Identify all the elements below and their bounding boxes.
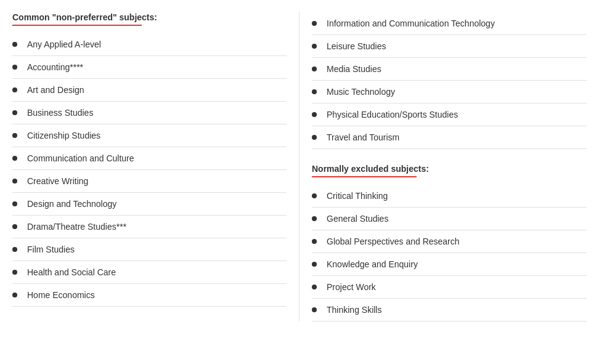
left-column: Common "non-preferred" subjects: Any App… <box>0 12 300 322</box>
left-subject-list: Any Applied A-levelAccounting****Art and… <box>12 33 287 307</box>
bullet-icon <box>312 112 317 117</box>
left-section-title: Common "non-preferred" subjects: <box>12 12 287 22</box>
left-section-underline <box>12 25 142 26</box>
subject-label: Project Work <box>327 282 376 292</box>
bullet-icon <box>12 133 17 138</box>
bullet-icon <box>312 135 317 140</box>
subject-label: Media Studies <box>327 64 381 74</box>
subject-label: Leisure Studies <box>327 41 386 51</box>
normally-excluded-title: Normally excluded subjects: <box>312 164 587 174</box>
bullet-icon <box>312 21 317 26</box>
list-item: Knowledge and Enquiry <box>312 253 587 276</box>
subject-label: Film Studies <box>27 245 75 254</box>
subject-label: Physical Education/Sports Studies <box>327 110 458 119</box>
subject-label: Accounting**** <box>27 62 83 72</box>
bullet-icon <box>312 307 317 312</box>
subject-label: General Studies <box>327 214 388 224</box>
list-item: General Studies <box>312 208 587 230</box>
subject-label: Health and Social Care <box>27 267 116 277</box>
list-item: Film Studies <box>12 238 287 261</box>
bullet-icon <box>312 89 317 94</box>
list-item: Any Applied A-level <box>12 33 287 56</box>
subject-label: Information and Communication Technology <box>327 18 495 28</box>
bullet-icon <box>12 87 17 92</box>
list-item: Business Studies <box>12 102 287 124</box>
subject-label: Travel and Tourism <box>327 132 399 142</box>
bullet-icon <box>12 42 17 47</box>
list-item: Creative Writing <box>12 170 287 193</box>
bullet-icon <box>12 224 17 229</box>
subject-label: Drama/Theatre Studies*** <box>27 222 126 232</box>
list-item: Communication and Culture <box>12 147 287 170</box>
list-item: Home Economics <box>12 284 287 307</box>
subject-label: Design and Technology <box>27 199 116 209</box>
subject-label: Art and Design <box>27 85 84 95</box>
list-item: Project Work <box>312 276 587 299</box>
normally-excluded-list: Critical ThinkingGeneral StudiesGlobal P… <box>312 185 587 322</box>
list-item: Accounting**** <box>12 56 287 79</box>
page-container: Common "non-preferred" subjects: Any App… <box>0 0 599 334</box>
list-item: Physical Education/Sports Studies <box>312 103 587 126</box>
right-column: Information and Communication Technology… <box>300 12 599 322</box>
list-item: Health and Social Care <box>12 261 287 284</box>
bullet-icon <box>312 193 317 198</box>
bullet-icon <box>12 293 17 297</box>
bullet-icon <box>312 239 317 244</box>
list-item: Media Studies <box>312 58 587 81</box>
right-subject-list-top: Information and Communication Technology… <box>312 12 587 149</box>
normally-excluded-underline <box>312 176 417 177</box>
subject-label: Thinking Skills <box>327 305 381 315</box>
list-item: Music Technology <box>312 81 587 103</box>
subject-label: Global Perspectives and Research <box>327 237 460 246</box>
subject-label: Music Technology <box>327 87 395 97</box>
subject-label: Business Studies <box>27 108 93 118</box>
bullet-icon <box>12 247 17 252</box>
subject-label: Knowledge and Enquiry <box>327 259 418 269</box>
subject-label: Any Applied A-level <box>27 39 101 49</box>
list-item: Thinking Skills <box>312 299 587 322</box>
bullet-icon <box>312 67 317 71</box>
list-item: Leisure Studies <box>312 35 587 58</box>
bullet-icon <box>12 270 17 275</box>
list-item: Design and Technology <box>12 193 287 216</box>
subject-label: Creative Writing <box>27 176 88 186</box>
bullet-icon <box>312 216 317 221</box>
bullet-icon <box>12 65 17 70</box>
list-item: Art and Design <box>12 79 287 102</box>
subject-label: Communication and Culture <box>27 153 134 163</box>
bullet-icon <box>312 44 317 49</box>
list-item: Drama/Theatre Studies*** <box>12 216 287 238</box>
bullet-icon <box>312 285 317 289</box>
list-item: Global Perspectives and Research <box>312 230 587 253</box>
list-item: Travel and Tourism <box>312 126 587 149</box>
bullet-icon <box>12 179 17 184</box>
list-item: Citizenship Studies <box>12 124 287 147</box>
list-item: Information and Communication Technology <box>312 12 587 35</box>
bullet-icon <box>312 262 317 267</box>
subject-label: Citizenship Studies <box>27 131 100 140</box>
list-item: Critical Thinking <box>312 185 587 208</box>
subject-label: Home Economics <box>27 290 95 300</box>
normally-excluded-section: Normally excluded subjects: Critical Thi… <box>312 164 587 322</box>
bullet-icon <box>12 156 17 161</box>
subject-label: Critical Thinking <box>327 191 388 201</box>
bullet-icon <box>12 110 17 115</box>
bullet-icon <box>12 201 17 206</box>
